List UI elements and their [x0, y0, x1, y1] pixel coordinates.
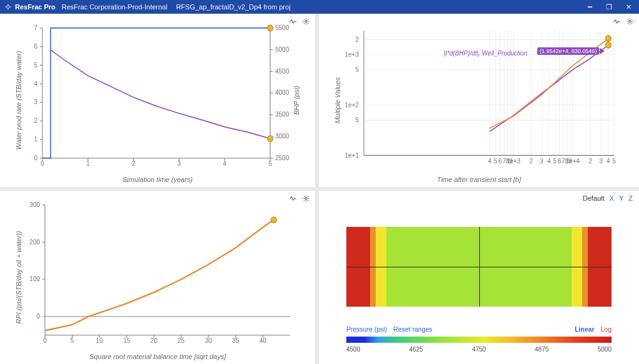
- svg-text:1: 1: [34, 136, 37, 143]
- svg-text:2: 2: [529, 158, 533, 165]
- panel-bottom-left: 05101520253035400100200300 RPI (psi/(STB…: [0, 191, 315, 364]
- colorbar-tick: 4500: [346, 346, 360, 353]
- svg-text:5000: 5000: [275, 46, 289, 53]
- pressure-heatmap[interactable]: [346, 227, 612, 307]
- scale-log[interactable]: Log: [600, 325, 612, 333]
- svg-text:5: 5: [494, 158, 497, 165]
- svg-text:5500: 5500: [275, 24, 289, 31]
- svg-text:15: 15: [123, 337, 130, 344]
- app-logo-icon: [4, 2, 12, 11]
- gear-icon[interactable]: [626, 17, 634, 26]
- svg-text:5: 5: [355, 117, 359, 123]
- svg-text:5: 5: [612, 158, 616, 165]
- svg-text:6: 6: [499, 158, 502, 165]
- ylabel-left: Water prod rate (STB/day water): [15, 51, 22, 150]
- chart-top-right[interactable]: 4567891e+3234567891e+423451e+151e+251e+3…: [331, 19, 627, 182]
- context-label: ResFrac Corporation-Prod-Internal: [62, 3, 167, 11]
- app-name: ResFrac Pro: [15, 3, 56, 11]
- svg-text:1e+2: 1e+2: [344, 101, 359, 108]
- svg-text:5: 5: [71, 337, 74, 344]
- svg-text:3: 3: [34, 98, 37, 105]
- chart-tooltip: (1.9542e+4, 830.0546): [537, 47, 599, 55]
- svg-text:3500: 3500: [275, 111, 289, 118]
- series-label: |t*d(BHP)/dt|, Well_Production: [444, 50, 527, 57]
- svg-text:2: 2: [588, 158, 592, 165]
- svg-text:4: 4: [34, 80, 37, 87]
- colorbar-tick: 4750: [472, 346, 485, 353]
- view-z[interactable]: Z: [628, 194, 633, 202]
- colorbar-tick: 5000: [598, 346, 612, 353]
- scale-linear[interactable]: Linear: [575, 325, 595, 333]
- svg-text:2500: 2500: [275, 155, 289, 161]
- xlabel: Simulation time (years): [122, 176, 192, 183]
- tooltip-pointer-icon: [600, 48, 605, 54]
- svg-text:30: 30: [205, 337, 212, 344]
- svg-text:1e+1: 1e+1: [344, 151, 359, 158]
- svg-text:3: 3: [177, 160, 181, 167]
- close-button[interactable]: ✕: [626, 3, 632, 11]
- project-label: RFSG_ap_fractalD_v2_Dp4 from proj: [176, 3, 290, 11]
- svg-point-136: [271, 217, 276, 223]
- xlabel: Time after transient start [h]: [437, 176, 520, 183]
- ylabel-right: BHP (psi): [293, 86, 300, 115]
- svg-point-48: [268, 136, 273, 142]
- view-y[interactable]: Y: [619, 194, 623, 202]
- svg-text:2: 2: [34, 117, 37, 124]
- svg-text:7: 7: [34, 24, 37, 31]
- xlabel: Square root material balance time [sqrt …: [89, 353, 226, 360]
- chart-bottom-left[interactable]: 05101520253035400100200300 RPI (psi/(STB…: [12, 196, 303, 359]
- svg-text:5: 5: [268, 160, 272, 167]
- svg-point-0: [7, 6, 10, 9]
- ylabel-left: Multiple Values: [334, 77, 341, 123]
- svg-text:0: 0: [43, 337, 47, 344]
- ylabel-left: RPI (psi/(STB/day oil + water)): [15, 231, 22, 324]
- colorbar-ticks: 45004625475048755000: [346, 346, 612, 353]
- svg-point-1: [305, 21, 307, 22]
- svg-text:20: 20: [150, 337, 157, 344]
- svg-point-105: [605, 36, 611, 42]
- svg-text:4: 4: [488, 158, 492, 165]
- svg-text:0: 0: [34, 155, 37, 161]
- workspace-grid: 0123450123456725003000350040004500500055…: [0, 14, 639, 364]
- svg-text:2: 2: [132, 160, 135, 167]
- svg-text:2: 2: [355, 36, 359, 42]
- panel-bottom-right: Default X Y Z Pressure (psi) Reset range…: [319, 191, 639, 364]
- svg-text:4500: 4500: [275, 67, 289, 74]
- crosshair-horizontal: [346, 267, 612, 267]
- minimize-button[interactable]: ━: [588, 3, 592, 11]
- svg-point-106: [305, 198, 307, 199]
- svg-text:5: 5: [34, 61, 37, 68]
- window-buttons: ━ ❐ ✕: [588, 3, 635, 11]
- svg-text:1e+3: 1e+3: [506, 158, 520, 165]
- svg-text:3: 3: [540, 158, 544, 165]
- maximize-button[interactable]: ❐: [606, 3, 612, 11]
- view-toolbar: Default X Y Z: [583, 194, 633, 202]
- svg-text:0: 0: [36, 313, 40, 320]
- colorbar[interactable]: [346, 337, 612, 343]
- svg-text:200: 200: [29, 238, 40, 245]
- gear-icon[interactable]: [302, 194, 310, 203]
- svg-text:4: 4: [607, 158, 610, 165]
- svg-text:4: 4: [547, 158, 551, 165]
- svg-point-49: [629, 21, 631, 22]
- svg-text:40: 40: [260, 337, 266, 344]
- view-x[interactable]: X: [610, 194, 614, 202]
- titlebar: ResFrac Pro ResFrac Corporation-Prod-Int…: [0, 0, 639, 14]
- svg-text:3000: 3000: [275, 133, 289, 140]
- svg-text:25: 25: [178, 337, 185, 344]
- panel-top-left: 0123450123456725003000350040004500500055…: [0, 14, 315, 187]
- svg-text:3: 3: [599, 158, 603, 165]
- chart-top-left[interactable]: 0123450123456725003000350040004500500055…: [12, 19, 303, 182]
- svg-text:1: 1: [86, 160, 90, 167]
- svg-text:6: 6: [34, 43, 37, 50]
- colorbar-tick: 4875: [535, 346, 549, 353]
- reset-ranges-link[interactable]: Reset ranges: [393, 325, 432, 333]
- gear-icon[interactable]: [302, 17, 310, 26]
- svg-text:4: 4: [223, 160, 227, 167]
- svg-text:4000: 4000: [275, 89, 289, 96]
- view-default[interactable]: Default: [583, 194, 605, 202]
- svg-text:6: 6: [558, 158, 562, 165]
- svg-text:35: 35: [232, 337, 239, 344]
- panel-top-right: 4567891e+3234567891e+423451e+151e+251e+3…: [319, 14, 639, 187]
- svg-text:5: 5: [355, 66, 359, 73]
